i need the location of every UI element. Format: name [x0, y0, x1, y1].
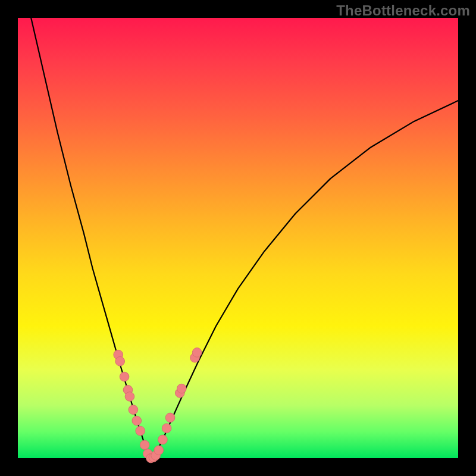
marker-point	[132, 416, 142, 425]
marker-point	[177, 384, 186, 393]
curve-left-branch	[31, 18, 151, 458]
marker-point	[162, 424, 171, 433]
marker-group	[114, 348, 202, 463]
marker-point	[136, 426, 145, 436]
marker-point	[140, 440, 149, 450]
curve-right-branch	[151, 101, 458, 458]
watermark-text: TheBottleneck.com	[336, 2, 470, 19]
marker-point	[158, 435, 168, 444]
chart-stage: TheBottleneck.com	[0, 0, 476, 476]
marker-point	[120, 372, 129, 381]
chart-svg	[18, 18, 458, 458]
marker-point	[165, 413, 175, 422]
marker-point	[115, 356, 125, 366]
marker-point	[125, 392, 134, 402]
plot-area	[18, 18, 458, 458]
marker-point	[129, 405, 138, 415]
marker-point	[154, 446, 164, 455]
marker-point	[192, 348, 202, 358]
curve-group	[31, 18, 458, 458]
